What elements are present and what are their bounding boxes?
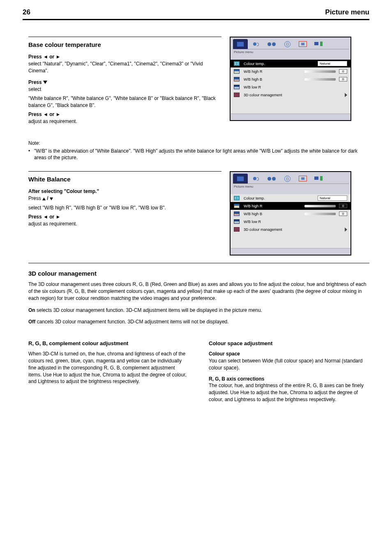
page-title: Picture menu bbox=[325, 8, 369, 16]
step-label: After selecting "Colour temp." bbox=[28, 188, 221, 194]
tab-external[interactable] bbox=[311, 174, 326, 183]
section-off: Off cancels 3D colour management functio… bbox=[28, 318, 369, 325]
body-text: The colour, hue, and brightness of the e… bbox=[209, 383, 364, 402]
tab-network[interactable] bbox=[280, 39, 295, 49]
system-icon bbox=[299, 176, 307, 181]
tab-picture[interactable] bbox=[233, 174, 248, 183]
menu-row-wb-low-r[interactable]: W/B low R bbox=[231, 83, 350, 91]
step-label: Press ◄ or ► bbox=[28, 214, 221, 220]
tab-divider bbox=[233, 183, 349, 184]
tab-picture[interactable] bbox=[233, 39, 248, 49]
off-text: cancels 3D colour management function. 3… bbox=[37, 319, 229, 325]
chevron-right-icon bbox=[345, 93, 347, 97]
step-body: select "W/B high R", "W/B high B" or "W/… bbox=[28, 204, 221, 211]
row-icon bbox=[234, 204, 240, 208]
globe-icon bbox=[284, 176, 291, 182]
body-text: You can select between Wide (full colour… bbox=[209, 358, 362, 371]
slider-track[interactable] bbox=[304, 205, 336, 207]
section-rule bbox=[28, 263, 369, 263]
note-label: Note: bbox=[28, 140, 369, 147]
row-label: W/B high R bbox=[244, 70, 302, 74]
menu-row-colour-temp[interactable]: Colour temp. Natural bbox=[231, 60, 350, 67]
menu-row-wb-low-r[interactable]: W/B low R bbox=[231, 218, 350, 225]
note-body: "W/B" is the abbreviation of "White Bala… bbox=[28, 148, 369, 162]
step-body-line: select bbox=[28, 86, 41, 92]
step-body: select "Natural", "Dynamic", "Clear", "C… bbox=[28, 60, 221, 74]
tab-external[interactable] bbox=[311, 39, 326, 49]
row-icon bbox=[234, 219, 240, 224]
triangle-up-icon bbox=[42, 197, 46, 200]
row-label: W/B high R bbox=[244, 204, 302, 208]
slider-track[interactable] bbox=[304, 213, 336, 215]
subsection-heading-left: R, G, B, complement colour adjustment bbox=[28, 340, 189, 346]
menu-row-colour-temp[interactable]: Colour temp. Natural bbox=[231, 194, 350, 202]
row-icon bbox=[234, 69, 240, 74]
stereo-icon bbox=[267, 42, 276, 46]
chevron-right-icon bbox=[345, 228, 347, 232]
section-heading-1: Base colour temperature bbox=[28, 41, 221, 48]
press-text: Press bbox=[28, 79, 43, 85]
stereo-icon bbox=[267, 176, 276, 181]
menu-row-3d-cm[interactable]: 3D colour management bbox=[231, 225, 350, 233]
tab-network[interactable] bbox=[280, 174, 295, 183]
speaker-icon bbox=[252, 41, 260, 47]
tab-system[interactable] bbox=[295, 39, 310, 49]
row-value: Natural bbox=[318, 61, 347, 66]
menu-title: Picture menu bbox=[233, 185, 349, 188]
section-intro: The 3D colour management uses three colo… bbox=[28, 281, 369, 302]
section-rule bbox=[28, 37, 221, 37]
emph-label: R, G, B axis corrections bbox=[209, 376, 264, 382]
menu-row-wb-high-b[interactable]: W/B high B 0 bbox=[231, 210, 350, 218]
section-heading-2: White Balance bbox=[28, 176, 221, 183]
tab-sound[interactable] bbox=[249, 174, 263, 183]
tab-system[interactable] bbox=[295, 174, 310, 183]
row-label: W/B low R bbox=[244, 85, 347, 89]
row-label: 3D colour management bbox=[244, 228, 345, 232]
press-text: Press bbox=[28, 195, 42, 201]
menu-screenshot-1: Picture menu Colour temp. Natural W/B hi… bbox=[230, 37, 351, 121]
system-icon bbox=[299, 41, 307, 47]
row-icon bbox=[234, 85, 240, 89]
row-value: 0 bbox=[339, 204, 347, 208]
subsection-body-right-2: R, G, B axis corrections The colour, hue… bbox=[209, 376, 369, 403]
menu-row-wb-high-r[interactable]: W/B high R 0 bbox=[231, 202, 350, 210]
step-body: Press / bbox=[28, 195, 221, 202]
subsection-body-left: When 3D-CM is turned on, the hue, chroma… bbox=[28, 351, 189, 385]
row-icon bbox=[234, 61, 240, 66]
external-icon bbox=[314, 176, 323, 181]
section-heading-3: 3D colour management bbox=[28, 270, 369, 277]
tab-3d-sound[interactable] bbox=[264, 39, 279, 49]
menu-row-wb-high-b[interactable]: W/B high B 0 bbox=[231, 75, 350, 83]
row-label: W/B high B bbox=[244, 212, 302, 216]
tab-3d-sound[interactable] bbox=[264, 174, 279, 183]
step-body: adjust as requirement. bbox=[28, 118, 221, 125]
screen-icon bbox=[237, 176, 244, 181]
menu-title: Picture menu bbox=[233, 50, 349, 54]
row-icon bbox=[234, 77, 240, 81]
menu-screenshot-2: Picture menu Colour temp. Natural W/B hi… bbox=[230, 171, 351, 255]
row-value: 0 bbox=[339, 211, 347, 216]
section-on: On selects 3D colour management function… bbox=[28, 307, 369, 314]
row-icon bbox=[234, 196, 240, 200]
row-label: Colour temp. bbox=[244, 196, 318, 200]
slider-track[interactable] bbox=[304, 78, 336, 81]
row-icon bbox=[234, 93, 240, 97]
slider-track[interactable] bbox=[304, 70, 336, 73]
menu-row-3d-cm[interactable]: 3D colour management bbox=[231, 91, 350, 99]
step-body: adjust as requirement. bbox=[28, 221, 221, 228]
row-label: 3D colour management bbox=[244, 93, 345, 97]
menu-row-wb-high-r[interactable]: W/B high R 0 bbox=[231, 67, 350, 75]
tab-sound[interactable] bbox=[249, 39, 263, 49]
triangle-down-icon bbox=[43, 81, 47, 84]
step-body: select bbox=[28, 86, 221, 93]
row-value: 0 bbox=[339, 77, 347, 81]
tab-divider bbox=[233, 49, 349, 49]
step-label: Press bbox=[28, 79, 221, 85]
step-body: "White balance R", "White balance G", "W… bbox=[28, 95, 221, 109]
globe-icon bbox=[284, 41, 291, 47]
section-rule bbox=[28, 171, 221, 172]
emph-label: Colour space bbox=[209, 351, 240, 357]
triangle-down-icon bbox=[50, 197, 53, 200]
row-value: 0 bbox=[339, 69, 347, 74]
menu-footer bbox=[231, 248, 350, 255]
